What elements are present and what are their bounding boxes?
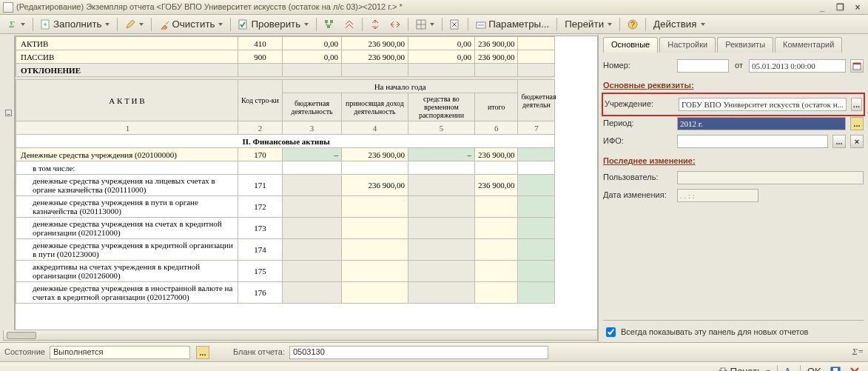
sec-lastchange: Последнее изменение:: [603, 156, 864, 167]
check-doc-icon: [238, 19, 249, 30]
section-header: II. Финансовые активы: [16, 135, 555, 148]
table-header: А К Т И В Код стро-ки На начало года бюд…: [16, 80, 555, 93]
always-show-check[interactable]: Всегда показывать эту панель для новых о…: [603, 320, 864, 339]
col-code[interactable]: Код стро-ки: [238, 80, 283, 121]
font-button[interactable]: Aa: [781, 364, 796, 372]
collapse-h-icon: [390, 19, 400, 30]
tool4-button[interactable]: [386, 17, 404, 32]
table-row[interactable]: денежные средства учреждения на счетах в…: [16, 218, 555, 239]
lbl-blank: Бланк отчета:: [233, 347, 285, 358]
tool5-button[interactable]: [412, 17, 438, 32]
sec-main-req: Основные реквизиты:: [603, 81, 864, 91]
fill-button[interactable]: Заполнить: [37, 17, 113, 32]
check-button[interactable]: Проверить: [235, 17, 312, 32]
col-aktiv[interactable]: А К Т И В: [16, 80, 238, 121]
lbl-period: Период:: [603, 118, 674, 129]
table-row[interactable]: денежные средства учреждения на лицевых …: [16, 175, 555, 196]
table-row[interactable]: в том числе:: [16, 161, 555, 175]
tab-settings[interactable]: Настройки: [659, 37, 716, 53]
minimize-button[interactable]: _: [815, 2, 830, 13]
lbl-state: Состояние: [4, 347, 45, 358]
col-group[interactable]: На начало года: [282, 80, 518, 93]
ifo-pick-button[interactable]: ...: [832, 135, 846, 148]
sheet-pane: − АКТИВ4100,00236 900,000,00236 900,00 П…: [0, 34, 598, 342]
sheet-scroll[interactable]: АКТИВ4100,00236 900,000,00236 900,00 ПАС…: [15, 36, 598, 330]
table-row[interactable]: денежные средства учреждения в кредитной…: [16, 239, 555, 261]
blank-field[interactable]: 0503130: [289, 346, 548, 359]
row-deviation: ОТКЛОНЕНИЕ: [16, 64, 555, 77]
toolbar: Σ Заполнить Очистить Проверить Параметры…: [0, 15, 868, 34]
actions-button[interactable]: Действия: [650, 17, 708, 32]
params-button[interactable]: Параметры...: [472, 17, 553, 32]
svg-rect-4: [330, 20, 333, 23]
clear-button[interactable]: Очистить: [155, 17, 226, 32]
tool1-button[interactable]: [320, 17, 338, 32]
period-pick-button[interactable]: ...: [850, 117, 864, 130]
close-button[interactable]: ×: [850, 2, 865, 13]
edit-button[interactable]: [121, 17, 147, 32]
row-passiv-total: ПАССИВ9000,00236 900,000,00236 900,00: [16, 50, 555, 64]
date-picker-button[interactable]: [850, 59, 864, 73]
printer-icon: [718, 367, 728, 372]
tab-requisites[interactable]: Реквизиты: [717, 37, 773, 53]
period-field[interactable]: 2012 г.: [677, 117, 846, 130]
help-button[interactable]: ?: [624, 17, 642, 32]
font-icon: Aa: [784, 366, 793, 371]
table-row[interactable]: денежные средства учреждения в пути в ор…: [16, 196, 555, 218]
svg-rect-17: [721, 368, 725, 371]
tree-toggle[interactable]: −: [5, 110, 12, 116]
always-show-checkbox[interactable]: [606, 327, 616, 337]
maximize-button[interactable]: ❐: [832, 2, 847, 13]
app-icon: [3, 2, 13, 13]
save-button[interactable]: [827, 364, 844, 372]
ok-button[interactable]: OK: [804, 364, 825, 372]
print-button[interactable]: Печать: [714, 364, 775, 372]
lbl-number: Номер:: [603, 61, 674, 71]
row-gutter: −: [3, 36, 15, 330]
tree-icon: [324, 19, 334, 30]
lbl-ifo: ИФО:: [603, 136, 674, 147]
table-row[interactable]: Денежные средства учреждения (020100000)…: [16, 148, 555, 161]
svg-line-1: [166, 21, 169, 24]
tab-main[interactable]: Основные: [603, 37, 658, 53]
ifo-field[interactable]: [677, 135, 828, 148]
svg-rect-3: [325, 20, 328, 23]
help-icon: ?: [628, 19, 638, 30]
sigma-status: Σ=: [852, 347, 864, 358]
state-pick-button[interactable]: ...: [196, 346, 209, 359]
tab-comment[interactable]: Комментарий: [775, 37, 842, 53]
titlebar: (Редактирование) Экземпляр отчета <ГОБУ …: [0, 0, 868, 15]
close-button-bottom[interactable]: [846, 364, 864, 372]
actions-label: Действия: [653, 19, 696, 30]
print-label: Печать: [730, 366, 763, 371]
lbl-chdate: Дата изменения:: [603, 190, 674, 201]
collapse-v-icon: [370, 19, 380, 30]
number-field[interactable]: [677, 59, 729, 73]
svg-rect-20: [833, 368, 838, 371]
state-field[interactable]: Выполняется: [50, 346, 190, 359]
ifo-clear-button[interactable]: ×: [850, 135, 864, 148]
sigma-button[interactable]: Σ: [3, 17, 29, 32]
collapse-all-icon: [344, 19, 354, 30]
org-field[interactable]: ГОБУ ВПО Университет искусств (остаток н…: [679, 98, 847, 111]
status-bar: Состояние Выполняется ... Бланк отчета: …: [0, 342, 868, 361]
clear-label: Очистить: [172, 19, 215, 30]
lbl-user: Пользователь:: [603, 173, 674, 183]
lbl-org: Учреждение:: [605, 99, 676, 110]
svg-rect-15: [853, 63, 861, 64]
fill-label: Заполнить: [53, 19, 101, 30]
table-row[interactable]: аккредитивы на счетах учреждения в креди…: [16, 261, 555, 282]
h-scrollbar[interactable]: [3, 330, 598, 341]
scroll-thumb[interactable]: [7, 332, 36, 339]
goto-button[interactable]: Перейти: [561, 17, 616, 32]
chdate-field: . . : :: [677, 189, 758, 202]
svg-text:?: ?: [630, 21, 635, 29]
tool6-button[interactable]: [446, 17, 464, 32]
broom-icon: [159, 19, 169, 30]
date-field[interactable]: 05.01.2013 0:00:00: [749, 59, 846, 73]
row-aktiv-total: АКТИВ4100,00236 900,000,00236 900,00: [16, 37, 555, 50]
org-pick-button[interactable]: ...: [851, 98, 862, 111]
tool2-button[interactable]: [340, 17, 358, 32]
table-row[interactable]: денежные средства учреждения в иностранн…: [16, 282, 555, 304]
tool3-button[interactable]: [366, 17, 384, 32]
